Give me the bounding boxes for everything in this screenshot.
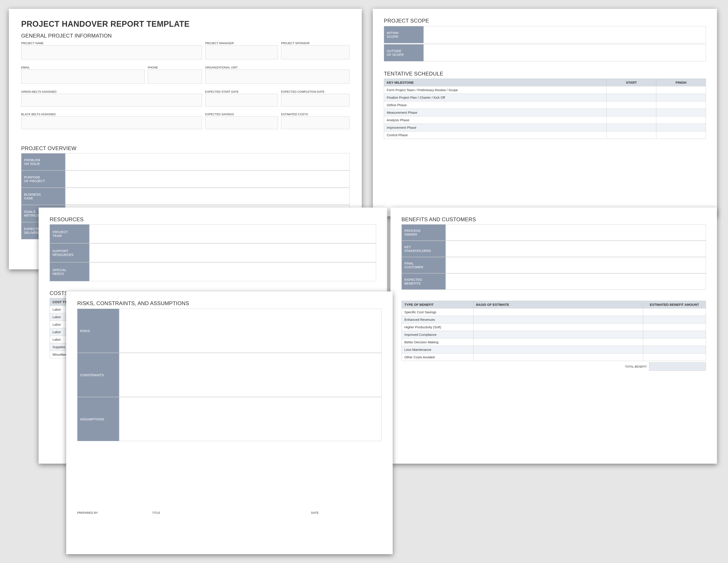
schedule-col-start: START [607, 79, 656, 86]
benefit-amount-6[interactable] [643, 354, 706, 361]
schedule-start-5[interactable] [607, 124, 656, 131]
benefit-basis-3[interactable] [473, 331, 643, 339]
benefits-table: TYPE OF BENEFIT BASIS OF ESTIMATE ESTIMA… [402, 301, 706, 361]
benefit-amount-3[interactable] [643, 331, 706, 339]
benefit-basis-4[interactable] [473, 339, 643, 346]
signoff-title-input[interactable] [152, 514, 311, 530]
benefits-col-type: TYPE OF BENEFIT [402, 301, 473, 309]
risks-label-1: CONSTRAINTS [77, 353, 119, 397]
page-benefits: BENEFITS AND CUSTOMERS PROCESS OWNER KEY… [390, 207, 717, 464]
label-green-belts: GREEN BELTS ASSIGNED [21, 90, 202, 93]
section-general-heading: GENERAL PROJECT INFORMATION [21, 33, 349, 39]
signoff-date-input[interactable] [311, 514, 377, 530]
label-org-unit: ORGANIZATIONAL UNIT [205, 66, 349, 69]
signoff-date-label: DATE [311, 511, 377, 514]
benefit-basis-1[interactable] [473, 316, 643, 324]
benefit-amount-1[interactable] [643, 316, 706, 324]
benefit-basis-2[interactable] [473, 324, 643, 331]
risks-input-2[interactable] [119, 397, 382, 441]
schedule-finish-0[interactable] [656, 86, 706, 94]
schedule-finish-6[interactable] [656, 131, 706, 139]
schedule-start-1[interactable] [607, 94, 656, 101]
benefit-amount-2[interactable] [643, 324, 706, 331]
benefits-input-3[interactable] [446, 273, 706, 290]
benefit-row-1: Enhanced Revenues [402, 316, 473, 324]
benefit-row-5: Less Maintenance [402, 346, 473, 354]
input-org-unit[interactable] [205, 70, 349, 84]
benefit-amount-5[interactable] [643, 346, 706, 354]
schedule-finish-5[interactable] [656, 124, 706, 131]
input-green-belts[interactable] [21, 94, 202, 107]
schedule-row-5: Improvement Phase [384, 124, 607, 131]
schedule-row-6: Control Phase [384, 131, 607, 139]
schedule-start-6[interactable] [607, 131, 656, 139]
schedule-finish-4[interactable] [656, 116, 706, 124]
risks-input-1[interactable] [119, 353, 382, 397]
overview-input-2[interactable] [65, 188, 349, 205]
overview-input-0[interactable] [65, 153, 349, 170]
input-exp-savings[interactable] [205, 116, 278, 129]
risks-label-2: ASSUMPTIONS [77, 397, 119, 441]
overview-input-1[interactable] [65, 170, 349, 188]
schedule-start-4[interactable] [607, 116, 656, 124]
risks-label-0: RISKS [77, 309, 119, 353]
input-exp-start[interactable] [205, 94, 278, 107]
benefits-side-1: KEY STAKEHOLDERS [402, 241, 446, 257]
resources-label-2: SPECIAL NEEDS [50, 262, 89, 281]
input-email[interactable] [21, 70, 145, 84]
schedule-col-milestone: KEY MILESTONE [384, 79, 607, 86]
resources-input-2[interactable] [89, 262, 376, 281]
schedule-start-3[interactable] [607, 109, 656, 116]
label-exp-savings: EXPECTED SAVINGS [205, 113, 278, 116]
schedule-finish-3[interactable] [656, 109, 706, 116]
input-project-sponsor[interactable] [281, 45, 349, 59]
input-black-belts[interactable] [21, 116, 202, 129]
section-scope-heading: PROJECT SCOPE [384, 18, 706, 24]
benefit-basis-6[interactable] [473, 354, 643, 361]
risks-input-0[interactable] [119, 309, 382, 353]
input-project-name[interactable] [21, 45, 202, 59]
benefits-col-amount: ESTIMATED BENEFIT AMOUNT [643, 301, 706, 309]
schedule-row-0: Form Project Team / Preliminary Review /… [384, 86, 607, 94]
benefit-amount-0[interactable] [643, 309, 706, 316]
scope-within-label: WITHIN SCOPE [384, 26, 424, 43]
canvas: PROJECT HANDOVER REPORT TEMPLATE GENERAL… [0, 0, 728, 563]
resources-input-1[interactable] [89, 243, 376, 262]
label-project-manager: PROJECT MANAGER [205, 41, 278, 45]
schedule-finish-2[interactable] [656, 101, 706, 109]
section-resources-heading: RESOURCES [50, 216, 376, 222]
resources-input-0[interactable] [89, 224, 376, 243]
benefit-row-4: Better Decision Making [402, 339, 473, 346]
label-est-costs: ESTIMATED COSTS [281, 113, 349, 116]
label-exp-start: EXPECTED START DATE [205, 90, 278, 93]
scope-outside-input[interactable] [424, 44, 706, 61]
schedule-start-2[interactable] [607, 101, 656, 109]
input-project-manager[interactable] [205, 45, 278, 59]
signoff-prepared-by-input[interactable] [77, 514, 152, 530]
schedule-finish-1[interactable] [656, 94, 706, 101]
benefits-total-input[interactable] [649, 362, 706, 371]
benefits-total-label: TOTAL BENEFIT [625, 365, 647, 368]
schedule-col-finish: FINISH [656, 79, 706, 86]
input-phone[interactable] [148, 70, 202, 84]
benefits-input-2[interactable] [446, 257, 706, 273]
scope-within-input[interactable] [424, 26, 706, 43]
benefits-col-basis: BASIS OF ESTIMATE [473, 301, 643, 309]
label-black-belts: BLACK BELTS ASSIGNED [21, 113, 202, 116]
benefit-basis-0[interactable] [473, 309, 643, 316]
signoff-prepared-by-label: PREPARED BY [77, 511, 152, 514]
benefits-side-0: PROCESS OWNER [402, 224, 446, 241]
benefit-row-6: Other Costs Avoided [402, 354, 473, 361]
input-exp-complete[interactable] [281, 94, 349, 107]
section-schedule-heading: TENTATIVE SCHEDULE [384, 71, 706, 77]
benefits-side-3: EXPECTED BENEFITS [402, 273, 446, 290]
benefits-side-2: FINAL CUSTOMER [402, 257, 446, 273]
schedule-start-0[interactable] [607, 86, 656, 94]
overview-label-0: PROBLEM OR ISSUE [21, 153, 65, 170]
benefits-input-0[interactable] [446, 224, 706, 241]
benefit-basis-5[interactable] [473, 346, 643, 354]
benefits-input-1[interactable] [446, 241, 706, 257]
schedule-table: KEY MILESTONE START FINISH Form Project … [384, 79, 706, 139]
input-est-costs[interactable] [281, 116, 349, 129]
benefit-amount-4[interactable] [643, 339, 706, 346]
